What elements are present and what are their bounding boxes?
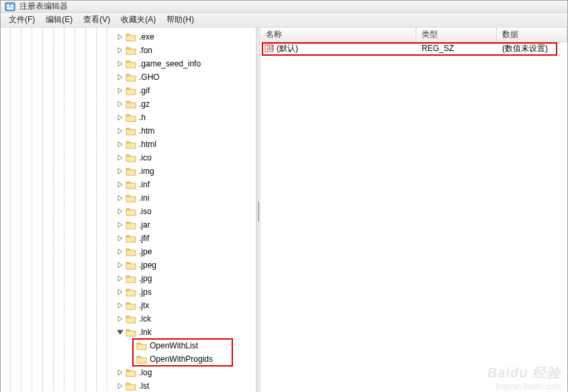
- svg-rect-2: [11, 5, 13, 7]
- tree-node[interactable]: .h: [116, 111, 256, 124]
- tree-node[interactable]: .html: [116, 138, 256, 151]
- menu-favorites[interactable]: 收藏夹(A): [115, 13, 161, 27]
- folder-icon: [126, 140, 136, 149]
- tree-node-label: .jpeg: [139, 260, 156, 270]
- expand-toggle-icon[interactable]: [116, 248, 124, 256]
- tree-node[interactable]: .GHO: [116, 70, 256, 84]
- expand-toggle-icon[interactable]: [116, 261, 124, 269]
- folder-icon: [126, 314, 136, 324]
- svg-text:ab: ab: [267, 44, 274, 52]
- column-type[interactable]: 类型: [416, 28, 497, 42]
- tree-node[interactable]: .lst: [116, 379, 256, 392]
- folder-icon: [126, 86, 136, 95]
- expand-toggle-icon[interactable]: [116, 207, 124, 215]
- tree-node-label: .jfif: [139, 234, 149, 243]
- tree-node[interactable]: .lnk: [116, 326, 256, 339]
- tree: .exe.fon.game_seed_info.GHO.gif.gz.h.htm…: [1, 28, 256, 392]
- tree-node[interactable]: .jfif: [116, 232, 256, 245]
- expand-toggle-icon[interactable]: [116, 33, 124, 41]
- tree-node-label: .jps: [139, 287, 152, 297]
- folder-icon: [126, 301, 136, 310]
- expand-toggle-icon[interactable]: [116, 382, 124, 390]
- expand-toggle-icon[interactable]: [116, 194, 124, 202]
- expand-toggle-icon[interactable]: [116, 140, 124, 148]
- tree-node[interactable]: .jps: [116, 285, 256, 299]
- tree-node-label: .h: [139, 113, 146, 122]
- tree-node[interactable]: .lck: [116, 312, 256, 326]
- titlebar: 注册表编辑器: [1, 1, 567, 13]
- tree-node[interactable]: .gif: [116, 84, 256, 97]
- expand-toggle-icon[interactable]: [116, 60, 124, 68]
- folder-icon: [126, 234, 136, 243]
- registry-editor-window: 注册表编辑器 文件(F) 编辑(E) 查看(V) 收藏夹(A) 帮助(H) .e…: [0, 0, 568, 392]
- tree-node-label: .exe: [139, 32, 154, 42]
- tree-node-label: .GHO: [139, 72, 160, 82]
- tree-node[interactable]: .htm: [116, 124, 256, 138]
- tree-node[interactable]: .jar: [116, 218, 256, 232]
- column-data[interactable]: 数据: [497, 28, 567, 42]
- menu-edit[interactable]: 编辑(E): [40, 13, 78, 27]
- expand-toggle-icon[interactable]: [116, 275, 124, 283]
- expand-toggle-icon[interactable]: [116, 288, 124, 296]
- tree-node[interactable]: .gz: [116, 97, 256, 111]
- tree-node-label: OpenWithList: [150, 341, 198, 350]
- expand-toggle-icon[interactable]: [116, 328, 124, 336]
- folder-icon: [126, 153, 136, 162]
- list-pane: 名称 类型 数据 ab (默认) REG_SZ (数值未设置): [261, 28, 567, 392]
- folder-icon: [126, 274, 136, 283]
- folder-icon: [136, 354, 147, 364]
- tree-node-label: .ini: [139, 193, 149, 203]
- tree-node[interactable]: .ini: [116, 191, 256, 205]
- tree-child-node[interactable]: OpenWithList: [116, 339, 256, 352]
- expand-toggle-icon[interactable]: [116, 154, 124, 162]
- window-title: 注册表编辑器: [19, 1, 68, 12]
- tree-pane[interactable]: .exe.fon.game_seed_info.GHO.gif.gz.h.htm…: [1, 28, 256, 392]
- tree-node[interactable]: .jpe: [116, 245, 256, 258]
- menu-file[interactable]: 文件(F): [3, 13, 40, 27]
- expand-toggle-icon[interactable]: [116, 301, 124, 309]
- list-row[interactable]: ab (默认) REG_SZ (数值未设置): [261, 42, 567, 54]
- expand-toggle-icon[interactable]: [116, 113, 124, 121]
- menu-help[interactable]: 帮助(H): [161, 13, 199, 27]
- column-name[interactable]: 名称: [261, 28, 416, 42]
- tree-child-node[interactable]: OpenWithProgids: [116, 352, 256, 366]
- expand-toggle-icon[interactable]: [116, 369, 124, 377]
- tree-node-label: .fon: [139, 46, 152, 55]
- menubar: 文件(F) 编辑(E) 查看(V) 收藏夹(A) 帮助(H): [1, 13, 567, 28]
- tree-node-label: .lnk: [139, 328, 152, 337]
- folder-icon: [126, 193, 136, 203]
- tree-node[interactable]: .iso: [116, 205, 256, 218]
- folder-icon: [126, 328, 136, 337]
- expand-toggle-icon[interactable]: [116, 73, 124, 81]
- expand-toggle-icon[interactable]: [116, 234, 124, 242]
- expand-toggle-icon[interactable]: [116, 181, 124, 189]
- list-body[interactable]: ab (默认) REG_SZ (数值未设置): [261, 42, 567, 392]
- tree-node-label: .inf: [139, 180, 150, 189]
- tree-node[interactable]: .game_seed_info: [116, 57, 256, 70]
- tree-node[interactable]: .jpg: [116, 272, 256, 285]
- tree-node[interactable]: .fon: [116, 44, 256, 57]
- folder-icon: [126, 180, 136, 189]
- expand-toggle-icon[interactable]: [116, 315, 124, 323]
- tree-node[interactable]: .inf: [116, 178, 256, 191]
- tree-node[interactable]: .jtx: [116, 299, 256, 312]
- tree-node-label: .game_seed_info: [139, 59, 201, 68]
- tree-node[interactable]: .img: [116, 164, 256, 178]
- expand-toggle-icon[interactable]: [116, 221, 124, 229]
- tree-node[interactable]: .jpeg: [116, 258, 256, 272]
- expand-toggle-icon[interactable]: [116, 127, 124, 135]
- expand-toggle-icon[interactable]: [116, 87, 124, 95]
- tree-node[interactable]: .ico: [116, 151, 256, 164]
- expand-toggle-icon[interactable]: [116, 167, 124, 175]
- tree-node-label: .jtx: [139, 301, 149, 310]
- tree-node[interactable]: .exe: [116, 30, 256, 44]
- row-name: (默认): [277, 43, 298, 54]
- expand-toggle-icon[interactable]: [116, 100, 124, 108]
- tree-node-label: .jpg: [139, 274, 152, 283]
- tree-node[interactable]: .log: [116, 366, 256, 379]
- expand-toggle-icon[interactable]: [116, 46, 124, 54]
- cell-data: (数值未设置): [497, 43, 567, 54]
- menu-view[interactable]: 查看(V): [78, 13, 115, 27]
- content-area: .exe.fon.game_seed_info.GHO.gif.gz.h.htm…: [1, 28, 567, 392]
- folder-icon: [126, 32, 136, 42]
